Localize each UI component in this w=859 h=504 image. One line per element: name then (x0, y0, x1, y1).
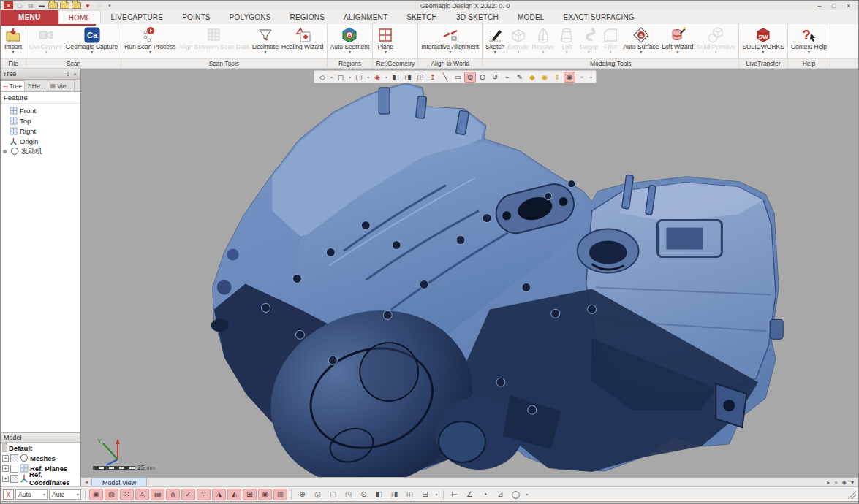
magic-select-icon[interactable]: ◉ (539, 72, 550, 83)
show-surfaces-icon[interactable]: ▤ (151, 489, 164, 500)
app-logo-icon[interactable]: × (4, 1, 13, 9)
dropdown-caret-icon[interactable]: ▾ (347, 72, 352, 83)
tab-regions[interactable]: REGIONS (281, 10, 335, 24)
measure-angle-icon[interactable]: ∠ (463, 489, 477, 500)
measure-section-icon[interactable]: ◯ (509, 489, 523, 500)
sketch-button[interactable]: Sketch ▾ (484, 25, 506, 58)
tree-item-origin[interactable]: Origin (1, 136, 80, 146)
rectangle-select-icon[interactable]: ▭ (452, 72, 463, 83)
sweep-button[interactable]: Sweep ▾ (578, 25, 599, 58)
livecapture-button[interactable]: LiveCapture ▾ (28, 25, 64, 58)
model-item-ref-coordinates[interactable]: + Ref. Coordinates (1, 473, 80, 484)
tab-home[interactable]: HOME (58, 10, 102, 24)
visibility-checkbox[interactable] (10, 475, 18, 483)
tab-model[interactable]: MODEL (508, 10, 554, 24)
pin-view-icon[interactable]: ◈ (842, 479, 847, 486)
model-view-tab[interactable]: Model View (91, 478, 147, 486)
dropdown-caret-icon[interactable]: ▾ (366, 72, 371, 83)
open-folder-icon[interactable] (60, 2, 69, 9)
tab-sketch[interactable]: SKETCH (397, 10, 447, 24)
menu-button[interactable]: MENU (1, 10, 58, 24)
dropdown-caret-icon[interactable]: ▾ (524, 489, 530, 500)
resize-grip[interactable] (847, 490, 856, 499)
clip-left-icon[interactable]: ◧ (390, 72, 401, 83)
extrude-button[interactable]: Extrude ▾ (506, 25, 530, 58)
dropdown-caret-icon[interactable]: ▾ (434, 489, 439, 500)
save-icon[interactable]: ▬ (37, 2, 46, 9)
open-folder-icon[interactable] (72, 2, 81, 9)
tab-points[interactable]: POINTS (173, 10, 219, 24)
view-bottom-icon[interactable]: ⊟ (418, 489, 432, 500)
tab-view[interactable]: ▦Vie... (48, 80, 75, 91)
pin-icon[interactable]: ↧ (64, 71, 72, 77)
3d-viewport[interactable]: ◇ ▾ ◻ ▾ ▢ ▾ ◈ ▾ ◧ ◨ ◫ ↥ ╲ ▭ ⊕ ⊙ ↺ ⌁ ✎ ◆ (81, 69, 858, 477)
tree-item-mesh[interactable]: 发动机 (1, 146, 80, 156)
line-select-icon[interactable]: ╲ (439, 72, 451, 83)
tab-alignment[interactable]: ALIGNMENT (334, 10, 397, 24)
maximize-button[interactable]: □ (830, 2, 838, 9)
visibility-checkbox[interactable] (10, 465, 18, 473)
view-menu-caret-icon[interactable]: ▾ (851, 479, 854, 486)
tab-polygons[interactable]: POLYGONS (220, 10, 281, 24)
dropdown-caret-icon[interactable]: ▾ (384, 72, 389, 83)
healing-wizard-button[interactable]: Healing Wizard (280, 25, 325, 58)
show-bodies-icon[interactable]: ◉ (89, 489, 103, 500)
smart-select-icon[interactable]: ⌁ (502, 72, 513, 83)
show-points-icon[interactable]: ∵ (197, 489, 211, 500)
boundary-view-icon[interactable]: ▢ (353, 72, 365, 83)
region-view-icon[interactable]: ◈ (371, 72, 383, 83)
dropdown-caret-icon[interactable]: ▾ (329, 72, 334, 83)
paintbrush-select-icon[interactable]: ✎ (514, 72, 526, 83)
measure-radius-icon[interactable]: ◔ (478, 489, 492, 500)
expand-icon[interactable]: + (2, 455, 9, 462)
view-left-icon[interactable]: ◧ (372, 489, 386, 500)
new-template-icon[interactable]: ▤ (26, 2, 35, 9)
revolve-button[interactable]: Revolve ▾ (531, 25, 556, 58)
tree-item-right[interactable]: Right (1, 126, 80, 136)
decimate-button[interactable]: Decimate ▾ (251, 25, 280, 58)
fillet-button[interactable]: Fillet ▾ (599, 25, 621, 58)
minimize-button[interactable]: – (816, 2, 823, 9)
plane-button[interactable]: Plane ▾ (374, 25, 396, 58)
tab-livecapture[interactable]: LIVECAPTURE (101, 10, 173, 24)
show-annotations-icon[interactable]: ◉ (258, 489, 272, 500)
solidworks-button[interactable]: SW SOLIDWORKS ▾ (741, 25, 786, 58)
show-curves-icon[interactable]: ⋔ (166, 489, 180, 500)
tab-tree[interactable]: ⊟Tree (1, 80, 25, 91)
new-file-icon[interactable]: ▢ (15, 2, 24, 9)
loft-wizard-button[interactable]: Loft Wizard ▾ (660, 25, 695, 58)
clip-right-icon[interactable]: ◨ (402, 72, 414, 83)
show-mesh-icon[interactable]: ◍ (105, 489, 118, 500)
auto-surface-button[interactable]: A Auto Surface ▾ (621, 25, 660, 58)
show-ref-coords-icon[interactable]: ⊞ (243, 489, 257, 500)
geomagic-capture-button[interactable]: Ca Geomagic Capture ▾ (64, 25, 119, 58)
clip-both-icon[interactable]: ◫ (415, 72, 426, 83)
tab-3d-sketch[interactable]: 3D SKETCH (447, 10, 508, 24)
context-help-button[interactable]: ? Context Help ▾ (790, 25, 828, 58)
selection-mode-combo[interactable]: Auto▾ (15, 489, 48, 500)
solid-primitive-button[interactable]: Solid Primitive ▾ (695, 25, 737, 58)
tab-exact-surfacing[interactable]: EXACT SURFACING (554, 10, 644, 24)
tree-item-front[interactable]: Front (1, 105, 80, 115)
lasso-select-icon[interactable]: ↺ (489, 72, 501, 83)
flood-fill-select-icon[interactable]: ◆ (526, 72, 538, 83)
show-sketches-icon[interactable]: ✓ (181, 489, 195, 500)
close-panel-icon[interactable]: × (72, 71, 78, 77)
visibility-checkbox[interactable] (10, 454, 18, 462)
view-right-icon[interactable]: ◨ (387, 489, 401, 500)
tab-help[interactable]: ?He... (25, 80, 48, 91)
model-item-meshes[interactable]: + Meshes (1, 453, 80, 463)
rotate-view-icon[interactable]: ◶ (311, 489, 325, 500)
view-back-icon[interactable]: ◫ (403, 489, 417, 500)
snap-mode-combo[interactable]: Autc▾ (49, 489, 81, 500)
exit-clipping-icon[interactable]: ↥ (427, 72, 439, 83)
show-ref-planes-icon[interactable]: ◭ (227, 489, 241, 500)
dropdown-caret-icon[interactable]: ▾ (589, 72, 594, 83)
run-scan-process-button[interactable]: Run Scan Process ▾ (123, 25, 177, 58)
show-point-cloud-icon[interactable]: ∷ (120, 489, 134, 500)
show-regions-icon[interactable]: ◬ (135, 489, 149, 500)
shaded-view-icon[interactable]: ◇ (317, 72, 328, 83)
more-tools-icon[interactable]: ▫ (576, 72, 588, 83)
expand-icon[interactable]: + (2, 476, 9, 482)
tree-item-top[interactable]: Top (1, 115, 80, 126)
